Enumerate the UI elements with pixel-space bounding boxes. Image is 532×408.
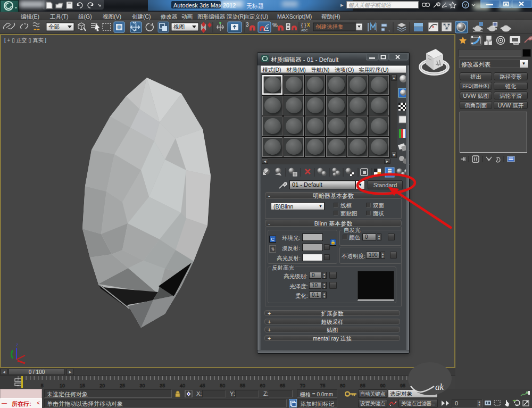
svg-text:85: 85 [360,383,365,388]
svg-text:{ }: { } [301,22,306,28]
svg-text:70: 70 [300,383,305,388]
svg-text:45: 45 [200,383,205,388]
svg-text:3: 3 [246,22,249,28]
svg-text:60: 60 [260,383,265,388]
svg-text:%: % [272,22,278,28]
svg-text:80: 80 [340,383,345,388]
svg-text:35: 35 [160,383,165,388]
svg-text:65: 65 [280,383,285,388]
svg-text:全部: 全部 [48,23,60,30]
svg-text:75: 75 [320,383,325,388]
svg-text:90: 90 [380,383,385,388]
svg-text:5: 5 [41,383,44,388]
svg-text:30: 30 [140,383,145,388]
svg-text:10: 10 [60,383,65,388]
svg-text:55: 55 [240,383,245,388]
svg-text:50: 50 [220,383,225,388]
svg-text:?: ? [464,3,467,8]
svg-text:视图: 视图 [173,23,185,30]
svg-text:ABC: ABC [301,29,308,32]
svg-text:创建选择集: 创建选择集 [315,23,344,30]
svg-text:15: 15 [80,383,85,388]
svg-text:40: 40 [180,383,185,388]
svg-text:z: z [16,342,19,347]
svg-text:95: 95 [400,383,405,388]
svg-text:25: 25 [120,383,125,388]
svg-text:20: 20 [99,383,105,388]
